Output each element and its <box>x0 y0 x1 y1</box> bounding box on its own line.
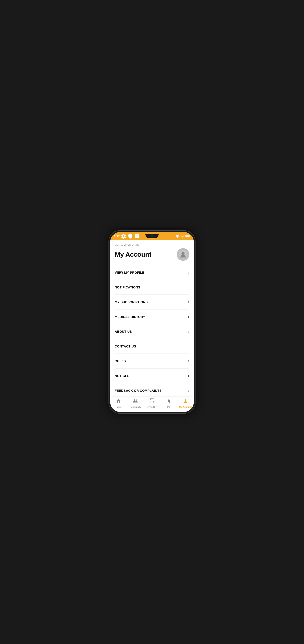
svg-rect-1 <box>182 236 183 238</box>
nav-icon-community <box>133 398 138 405</box>
menu-item-rules[interactable]: RULES › <box>115 354 189 368</box>
svg-point-8 <box>168 399 169 400</box>
nav-item-my-account[interactable]: My Account <box>177 398 194 408</box>
nav-label-community: Community <box>130 406 141 408</box>
menu-item-label: ABOUT US <box>115 330 132 334</box>
menu-item-medical-history[interactable]: MEDICAL HISTORY › <box>115 310 189 324</box>
avatar[interactable] <box>177 248 189 261</box>
menu-item-label: CONTACT US <box>115 344 136 348</box>
bottom-nav: Home Community Scan QR PT My Account <box>110 396 194 412</box>
nav-item-pt[interactable]: PT <box>160 398 177 408</box>
nav-item-home[interactable]: Home <box>110 398 127 408</box>
nav-label-scan-qr: Scan QR <box>148 406 157 408</box>
wifi-icon <box>175 234 179 238</box>
chevron-right-icon: › <box>188 270 189 275</box>
chevron-right-icon: › <box>188 329 189 334</box>
nav-label-my-account: My Account <box>179 406 191 408</box>
nav-label-home: Home <box>116 406 122 408</box>
svg-rect-0 <box>181 236 181 238</box>
time-display: 1:37 <box>114 234 120 238</box>
settings-icon <box>121 234 126 239</box>
chevron-right-icon: › <box>188 344 189 348</box>
menu-item-label: RULES <box>115 359 126 363</box>
menu-item-label: FEEDBACK OR COMPLAINTS <box>115 389 161 392</box>
menu-item-view-profile[interactable]: VIEW MY PROFILE › <box>115 265 189 280</box>
menu-item-label: MEDICAL HISTORY <box>115 315 145 319</box>
svg-rect-5 <box>189 236 190 236</box>
menu-item-label: VIEW MY PROFILE <box>115 271 144 274</box>
chevron-right-icon: › <box>188 300 189 304</box>
menu-item-notices[interactable]: NOTICES › <box>115 368 189 383</box>
header-row: My Account <box>115 248 189 261</box>
menu-item-label: MY SUBSCRIPTIONS <box>115 300 148 304</box>
menu-item-label: NOTIFICATIONS <box>115 286 140 289</box>
nav-icon-pt <box>166 398 171 405</box>
phone-frame: 1:37 <box>109 230 195 414</box>
menu-list: VIEW MY PROFILE › NOTIFICATIONS › MY SUB… <box>110 265 194 396</box>
avatar-icon <box>179 250 187 258</box>
nav-item-community[interactable]: Community <box>127 398 144 408</box>
page-title: My Account <box>115 251 151 258</box>
clipboard-icon <box>134 234 140 239</box>
svg-rect-2 <box>183 235 184 238</box>
camera <box>151 235 153 237</box>
menu-item-notifications[interactable]: NOTIFICATIONS › <box>115 280 189 295</box>
nav-icon-my-account <box>183 398 188 405</box>
menu-item-about-us[interactable]: ABOUT US › <box>115 324 189 339</box>
phone-screen: 1:37 <box>110 232 194 412</box>
nav-label-pt: PT <box>167 406 170 408</box>
signal-icon <box>180 234 184 238</box>
battery-icon <box>185 235 190 238</box>
shield-icon <box>128 234 133 239</box>
status-left: 1:37 <box>114 234 140 239</box>
header-subtitle: View and Edit Profile <box>115 244 189 247</box>
menu-item-my-subscriptions[interactable]: MY SUBSCRIPTIONS › <box>115 295 189 310</box>
chevron-right-icon: › <box>188 285 189 290</box>
chevron-right-icon: › <box>188 359 189 363</box>
chevron-right-icon: › <box>188 314 189 319</box>
menu-item-label: NOTICES <box>115 374 130 378</box>
nav-icon-scan-qr <box>149 398 155 405</box>
status-right <box>175 234 190 238</box>
svg-point-7 <box>181 252 185 255</box>
menu-item-feedback-complaints[interactable]: FEEDBACK OR COMPLAINTS › <box>115 383 189 396</box>
chevron-right-icon: › <box>188 374 189 378</box>
svg-rect-4 <box>185 236 189 237</box>
page-header: View and Edit Profile My Account <box>110 240 194 265</box>
nav-item-scan-qr[interactable]: Scan QR <box>144 398 160 408</box>
chevron-right-icon: › <box>188 388 189 393</box>
nav-icon-home <box>116 398 121 405</box>
menu-item-contact-us[interactable]: CONTACT US › <box>115 339 189 354</box>
